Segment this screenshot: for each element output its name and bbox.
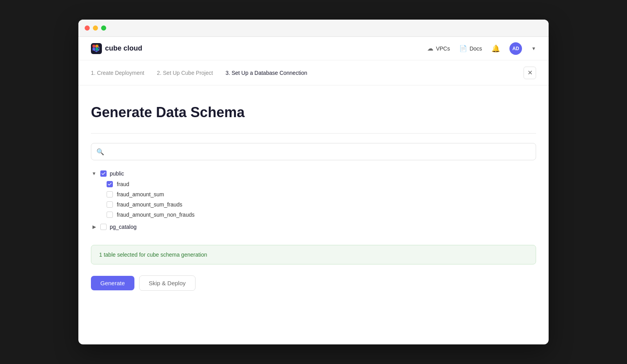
step-2[interactable]: 2. Set Up Cube Project — [157, 70, 213, 76]
vpcs-label: VPCs — [436, 45, 450, 52]
buttons-row: Generate Skip & Deploy — [91, 275, 536, 291]
pg-catalog-group-label: pg_catalog — [110, 224, 137, 230]
svg-rect-3 — [92, 48, 95, 51]
fraud-amount-sum-frauds-label: fraud_amount_sum_frauds — [117, 201, 182, 208]
divider — [91, 133, 536, 134]
fraud-label: fraud — [117, 181, 129, 187]
search-container: 🔍 — [91, 143, 536, 160]
fraud-amount-sum-non-frauds-checkbox[interactable] — [107, 212, 113, 218]
tree-view: ▼ public — [91, 168, 536, 232]
docs-icon: 📄 — [459, 45, 467, 52]
docs-label: Docs — [469, 45, 482, 52]
tree-group-public-header[interactable]: ▼ public — [91, 168, 536, 179]
fraud-checkbox[interactable] — [107, 181, 113, 187]
checkmark-icon — [108, 183, 112, 186]
fraud-amount-sum-label: fraud_amount_sum — [117, 191, 164, 197]
close-wizard-button[interactable]: ✕ — [524, 67, 536, 79]
public-group-children: fraud fraud_amount_sum fraud_amount_sum_… — [107, 179, 536, 220]
search-input[interactable] — [91, 143, 536, 160]
avatar[interactable]: AD — [509, 42, 522, 55]
step-1[interactable]: 1. Create Deployment — [91, 70, 144, 76]
list-item[interactable]: fraud — [107, 179, 536, 189]
checkbox-check-icon — [101, 172, 105, 175]
maximize-traffic-light[interactable] — [101, 25, 106, 31]
close-traffic-light[interactable] — [85, 25, 90, 31]
traffic-lights — [85, 25, 106, 31]
minimize-traffic-light[interactable] — [93, 25, 98, 31]
pg-catalog-group-checkbox[interactable] — [100, 224, 107, 230]
status-message: 1 table selected for cube schema generat… — [99, 252, 207, 258]
skip-deploy-button[interactable]: Skip & Deploy — [139, 275, 196, 291]
fraud-amount-sum-frauds-checkbox[interactable] — [107, 201, 113, 208]
chevron-down-icon: ▼ — [91, 171, 97, 176]
app-window: cube cloud ☁ VPCs 📄 Docs 🔔 AD ▼ 1. Creat… — [78, 20, 549, 344]
main-content: Generate Data Schema 🔍 ▼ public — [78, 85, 549, 344]
chevron-right-icon: ▶ — [91, 224, 97, 230]
tree-group-pg-catalog: ▶ pg_catalog — [91, 221, 536, 232]
public-group-checkbox[interactable] — [100, 170, 107, 177]
cloud-icon: ☁ — [427, 45, 433, 52]
vpcs-link[interactable]: ☁ VPCs — [427, 45, 450, 52]
docs-link[interactable]: 📄 Docs — [459, 45, 482, 52]
account-dropdown-icon[interactable]: ▼ — [531, 46, 536, 51]
top-navigation: cube cloud ☁ VPCs 📄 Docs 🔔 AD ▼ — [78, 37, 549, 60]
logo[interactable]: cube cloud — [91, 43, 142, 54]
svg-rect-2 — [96, 45, 98, 47]
list-item[interactable]: fraud_amount_sum_frauds — [107, 199, 536, 210]
logo-text: cube cloud — [105, 44, 142, 53]
page-title: Generate Data Schema — [91, 104, 536, 121]
list-item[interactable]: fraud_amount_sum — [107, 189, 536, 199]
step-3[interactable]: 3. Set Up a Database Connection — [225, 70, 307, 76]
svg-rect-1 — [92, 45, 95, 47]
nav-right: ☁ VPCs 📄 Docs 🔔 AD ▼ — [427, 42, 536, 55]
list-item[interactable]: fraud_amount_sum_non_frauds — [107, 210, 536, 220]
notifications-bell-icon[interactable]: 🔔 — [491, 44, 500, 53]
fraud-amount-sum-checkbox[interactable] — [107, 191, 113, 197]
fraud-amount-sum-non-frauds-label: fraud_amount_sum_non_frauds — [117, 212, 194, 218]
generate-button[interactable]: Generate — [91, 276, 134, 290]
wizard-steps-bar: 1. Create Deployment 2. Set Up Cube Proj… — [78, 60, 549, 85]
tree-group-pg-catalog-header[interactable]: ▶ pg_catalog — [91, 221, 536, 232]
titlebar — [78, 20, 549, 37]
status-bar: 1 table selected for cube schema generat… — [91, 245, 536, 264]
tree-group-public: ▼ public — [91, 168, 536, 220]
public-group-label: public — [110, 170, 124, 177]
steps-list: 1. Create Deployment 2. Set Up Cube Proj… — [91, 70, 307, 76]
svg-rect-4 — [96, 48, 98, 51]
cube-logo-icon — [91, 43, 102, 54]
